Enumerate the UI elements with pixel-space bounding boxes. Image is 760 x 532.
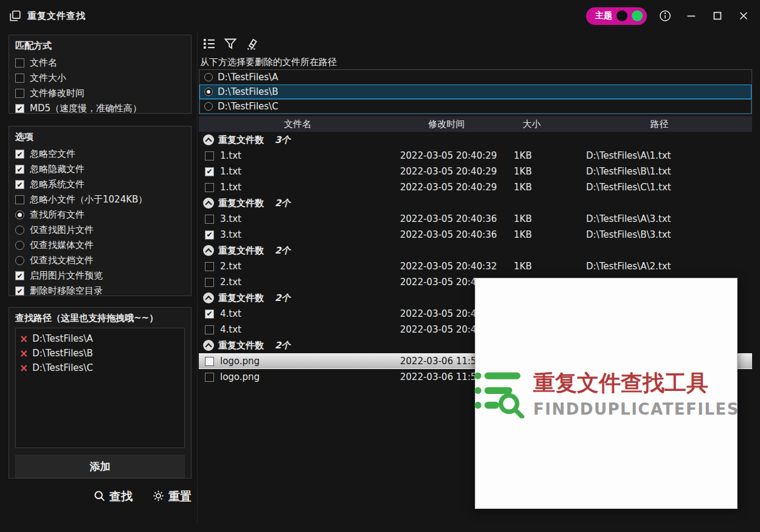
radio-icon[interactable] — [15, 241, 24, 250]
checkbox-icon[interactable]: ✔ — [15, 286, 24, 295]
theme-dark-knob[interactable] — [617, 10, 627, 21]
row-checkbox[interactable]: ✔ — [205, 309, 214, 319]
row-checkbox[interactable] — [205, 262, 214, 271]
option-checkbox[interactable]: ✔启用图片文件预览 — [15, 268, 185, 283]
add-path-button[interactable]: 添加 — [15, 455, 185, 478]
checkbox-icon[interactable]: ✔ — [15, 271, 24, 280]
chevron-up-icon — [205, 201, 212, 207]
reset-button[interactable]: 重置 — [152, 489, 192, 505]
search-path-item[interactable]: ×D:\TestFiles\B — [19, 346, 181, 361]
radio-icon[interactable] — [204, 88, 213, 96]
maximize-button[interactable] — [710, 8, 725, 24]
checkbox-icon[interactable]: ✔ — [15, 165, 24, 174]
options-group: 选项 ✔忽略空文件✔忽略隐藏文件✔忽略系统文件忽略小文件（小于1024KB）查找… — [9, 126, 192, 296]
row-checkbox[interactable] — [205, 278, 214, 287]
row-checkbox[interactable]: ✔ — [205, 230, 214, 240]
column-header[interactable]: 文件名 — [199, 119, 396, 130]
file-name-cell: logo.png — [199, 371, 396, 382]
row-checkbox[interactable] — [205, 151, 214, 161]
row-checkbox[interactable] — [205, 215, 214, 224]
filter-icon[interactable] — [223, 36, 238, 52]
file-row[interactable]: ✔3.txt2022-03-05 20:40:361KBD:\TestFiles… — [199, 227, 752, 243]
option-checkbox[interactable]: ✔忽略隐藏文件 — [15, 162, 185, 177]
checkbox-icon[interactable] — [15, 89, 24, 98]
column-header[interactable]: 路径 — [567, 119, 752, 130]
delete-path-label: D:\TestFiles\B — [218, 86, 278, 97]
collapse-button[interactable] — [203, 134, 214, 145]
row-checkbox[interactable] — [205, 183, 214, 192]
file-row[interactable]: ✔1.txt2022-03-05 20:40:291KBD:\TestFiles… — [199, 164, 752, 179]
group-label: 重复文件数 — [218, 292, 264, 304]
row-checkbox[interactable]: ✔ — [205, 167, 214, 176]
radio-icon[interactable] — [15, 226, 24, 235]
checkbox-icon[interactable] — [15, 195, 24, 204]
checkbox-icon[interactable]: ✔ — [15, 180, 24, 189]
delete-path-list: D:\TestFiles\AD:\TestFiles\BD:\TestFiles… — [199, 69, 752, 114]
delete-path-label: D:\TestFiles\C — [218, 101, 278, 112]
option-checkbox[interactable]: ✔忽略系统文件 — [15, 177, 185, 192]
option-checkbox[interactable]: ✔忽略空文件 — [15, 147, 185, 162]
match-option-label: MD5（速度慢，准确性高） — [30, 103, 142, 114]
delete-path-option[interactable]: D:\TestFiles\B — [199, 85, 751, 99]
option-radio[interactable]: 仅查找媒体文件 — [15, 238, 185, 253]
group-count: 2个 — [275, 198, 290, 209]
match-option[interactable]: ✔MD5（速度慢，准确性高） — [15, 101, 185, 116]
group-header-row[interactable]: 重复文件数2个 — [199, 243, 752, 258]
search-path-item[interactable]: ×D:\TestFiles\C — [19, 361, 181, 375]
checkbox-icon[interactable]: ✔ — [15, 150, 24, 159]
file-name-cell: 2.txt — [199, 261, 396, 272]
path-label: D:\TestFiles\C — [32, 362, 93, 373]
radio-icon[interactable] — [204, 102, 213, 111]
radio-icon[interactable] — [15, 210, 24, 219]
option-checkbox[interactable]: 忽略小文件（小于1024KB） — [15, 192, 185, 207]
group-header-row[interactable]: 重复文件数2个 — [199, 195, 752, 211]
remove-path-icon[interactable]: × — [19, 363, 28, 373]
file-row[interactable]: 1.txt2022-03-05 20:40:291KBD:\TestFiles\… — [199, 179, 752, 195]
theme-light-knob[interactable] — [632, 10, 643, 21]
row-checkbox[interactable] — [205, 373, 214, 382]
table-header: 文件名修改时间大小路径 — [199, 116, 752, 132]
delete-path-option[interactable]: D:\TestFiles\A — [199, 70, 751, 85]
select-list-icon[interactable] — [201, 36, 217, 52]
chevron-up-icon — [205, 343, 212, 350]
delete-files-icon[interactable] — [244, 36, 260, 52]
remove-path-icon[interactable]: × — [19, 334, 28, 344]
file-row[interactable]: 1.txt2022-03-05 20:40:291KBD:\TestFiles\… — [199, 148, 752, 164]
option-checkbox[interactable]: ✔删除时移除空目录 — [15, 283, 185, 299]
file-row[interactable]: 2.txt2022-03-05 20:40:321KBD:\TestFiles\… — [199, 258, 752, 274]
collapse-button[interactable] — [203, 292, 214, 303]
column-header[interactable]: 大小 — [497, 119, 567, 130]
collapse-button[interactable] — [203, 245, 214, 256]
delete-path-option[interactable]: D:\TestFiles\C — [199, 99, 751, 114]
path-label: D:\TestFiles\B — [32, 348, 92, 359]
logo-subtitle: FINDDUPLICATEFILES — [533, 400, 739, 418]
collapse-button[interactable] — [203, 340, 214, 351]
checkbox-icon[interactable] — [15, 74, 24, 83]
radio-icon[interactable] — [204, 73, 213, 81]
match-method-options: 文件名文件大小文件修改时间✔MD5（速度慢，准确性高） — [15, 55, 185, 116]
file-time: 2022-03-05 20:40:36 — [396, 229, 497, 240]
match-option[interactable]: 文件修改时间 — [15, 86, 185, 101]
checkbox-icon[interactable] — [15, 58, 24, 67]
collapse-button[interactable] — [203, 198, 214, 209]
match-option[interactable]: 文件大小 — [15, 71, 185, 86]
theme-toggle[interactable]: 主题 — [586, 7, 647, 25]
row-checkbox[interactable] — [205, 325, 214, 334]
file-row[interactable]: 3.txt2022-03-05 20:40:361KBD:\TestFiles\… — [199, 211, 752, 227]
option-radio[interactable]: 仅查找图片文件 — [15, 223, 185, 238]
path-label: D:\TestFiles\A — [32, 333, 92, 344]
minimize-button[interactable] — [683, 8, 699, 24]
radio-icon[interactable] — [15, 256, 24, 265]
search-button[interactable]: 查找 — [93, 489, 133, 505]
search-path-item[interactable]: ×D:\TestFiles\A — [19, 331, 181, 346]
group-header-row[interactable]: 重复文件数3个 — [199, 132, 752, 148]
match-option[interactable]: 文件名 — [15, 55, 185, 71]
checkbox-icon[interactable]: ✔ — [15, 104, 24, 113]
option-radio[interactable]: 仅查找文档文件 — [15, 253, 185, 268]
option-radio[interactable]: 查找所有文件 — [15, 207, 185, 223]
row-checkbox[interactable] — [205, 357, 214, 366]
close-button[interactable] — [736, 8, 751, 24]
remove-path-icon[interactable]: × — [19, 348, 28, 359]
info-button[interactable] — [657, 8, 673, 24]
column-header[interactable]: 修改时间 — [396, 119, 497, 130]
